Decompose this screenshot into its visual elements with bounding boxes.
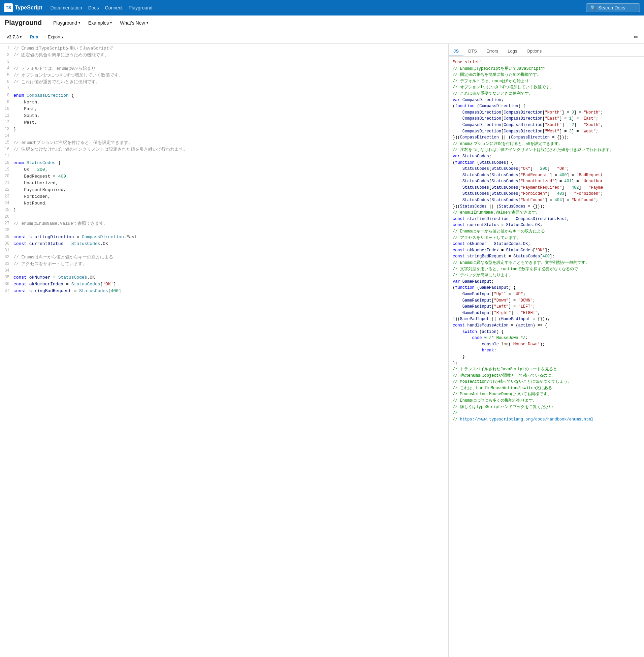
- js-output-line: GamePadInput["Up"] = "UP";: [453, 291, 640, 297]
- editor-line: 16 // 注釈をつけなければ、値のインクリメントは設定された値を引き継いで行わ…: [0, 146, 448, 153]
- editor-line: 13 }: [0, 126, 448, 133]
- editor-line: 14: [0, 133, 448, 139]
- js-output-line: CompassDirection[CompassDirection["West"…: [453, 128, 640, 135]
- js-output-line: CompassDirection[CompassDirection["East"…: [453, 116, 640, 122]
- editor-line: 30 const currentStatus = StatusCodes.OK: [0, 241, 448, 247]
- editor-line: 25 }: [0, 207, 448, 213]
- nav-docs[interactable]: Docs: [88, 5, 99, 10]
- editor-line: 15 // enumオプションに注釈を付けると、値を設定できます。: [0, 139, 448, 146]
- js-output-line: // デバッグが簡単になります。: [453, 272, 640, 279]
- editor-line: 5 // オプション1つにつき1ずつ増加していく数値です。: [0, 72, 448, 79]
- chevron-down-icon: ▾: [78, 21, 80, 25]
- nav-links: Documentation Docs Connect Playground: [50, 5, 586, 10]
- js-output-line: StatusCodes[StatusCodes["Forbidden"] = 4…: [453, 191, 640, 197]
- js-output-line: // MouseAction.MouseDownについても同様です。: [453, 391, 640, 398]
- sub-nav: Playground Playground ▾ Examples ▾ What'…: [0, 16, 644, 30]
- top-nav: TS TypeScript Documentation Docs Connect…: [0, 0, 644, 16]
- editor-line: 23 Forbidden,: [0, 194, 448, 200]
- js-output-line: })(StatusCodes || (StatusCodes = {}));: [453, 204, 640, 210]
- editor-line: 28: [0, 227, 448, 234]
- js-output-line: // オプション1つにつき1ずつ増加していく数値です。: [453, 84, 640, 91]
- editor-line: 6 // これは値が重要でないときに便利です。: [0, 79, 448, 86]
- editor-line: 20 BadRequest = 400,: [0, 173, 448, 180]
- js-output-line: // アクセスをサポートしています。: [453, 235, 640, 241]
- whats-new-menu-btn[interactable]: What's New ▾: [117, 19, 151, 27]
- js-output-line: // これは、handleMouseActionのswitch文にある: [453, 385, 640, 391]
- code-editor[interactable]: 1 // EnumsはTypeScriptを用いてJavaScriptで 2 /…: [0, 44, 448, 657]
- expand-icon[interactable]: ⇔: [632, 32, 639, 41]
- tab-dts[interactable]: DTS: [463, 46, 482, 56]
- js-output-line: (function (CompassDirection) {: [453, 103, 640, 110]
- editor-line: 12 West,: [0, 119, 448, 126]
- js-output-line: StatusCodes[StatusCodes["BadRequest"] = …: [453, 172, 640, 179]
- search-icon: 🔍: [591, 5, 596, 10]
- editor-line: 17: [0, 153, 448, 160]
- chevron-down-icon: ▾: [110, 21, 112, 25]
- js-output-line: //: [453, 410, 640, 416]
- chevron-down-icon: ▾: [62, 36, 63, 39]
- js-output-line: StatusCodes[StatusCodes["NotFound"] = 40…: [453, 197, 640, 204]
- toolbar: v3.7.3 ▾ Run Export ▾ ⇔: [0, 30, 644, 44]
- logo[interactable]: TS TypeScript: [4, 3, 42, 12]
- js-output-line: GamePadInput["Right"] = "RIGHT";: [453, 310, 640, 316]
- nav-documentation[interactable]: Documentation: [50, 5, 82, 10]
- editor-line: 4 // デフォルトでは、enumは0から始まり: [0, 65, 448, 72]
- editor-line: 32 // Enumsはキーから値と値からキーの双方による: [0, 254, 448, 261]
- js-output-line: // enumはEnumName.Valueで参照できます。: [453, 209, 640, 216]
- output-tabs: JS DTS Errors Logs Options: [448, 44, 644, 56]
- tab-logs[interactable]: Logs: [503, 46, 522, 56]
- js-output-line: // 固定値の集合を簡単に扱うための機能です。: [453, 72, 640, 78]
- export-button[interactable]: Export ▾: [44, 33, 67, 41]
- js-output-line: })(CompassDirection || (CompassDirection…: [453, 134, 640, 141]
- version-label: v3.7.3: [7, 35, 19, 40]
- editor-line: 26: [0, 213, 448, 220]
- editor-line: 27 // enumはEnumName.Valueで参照できます。: [0, 220, 448, 227]
- editor-line: 35 const okNumber = StatusCodes.OK: [0, 274, 448, 281]
- editor-line: 31: [0, 247, 448, 254]
- search-docs-bar[interactable]: 🔍 Search Docs: [586, 3, 640, 12]
- nav-connect[interactable]: Connect: [105, 5, 122, 10]
- js-output-line: // 他のenumsはobjectや関数として残っているのに、: [453, 372, 640, 379]
- editor-line: 10 East,: [0, 106, 448, 113]
- js-output-line: // Enumsには他にも多くの機能があります。: [453, 398, 640, 404]
- tab-options[interactable]: Options: [522, 46, 547, 56]
- editor-line: 18 enum StatusCodes {: [0, 160, 448, 166]
- js-output-line: const stringBadRequest = StatusCodes[400…: [453, 253, 640, 260]
- search-label: Search Docs: [598, 5, 625, 10]
- js-output-line: // EnumsはTypeScriptを用いてJavaScriptで: [453, 66, 640, 72]
- version-selector[interactable]: v3.7.3 ▾: [5, 33, 24, 41]
- editor-line: 19 OK = 200,: [0, 166, 448, 173]
- js-output-line: const okNumberIndex = StatusCodes['OK'];: [453, 247, 640, 254]
- js-output-line: const startingDirection = CompassDirecti…: [453, 216, 640, 222]
- editor-line: 22 PaymentRequired,: [0, 187, 448, 194]
- editor-line: 11 South,: [0, 113, 448, 119]
- playground-menu-btn[interactable]: Playground ▾: [50, 19, 84, 27]
- js-output-line: switch (action) {: [453, 329, 640, 335]
- ts-logo-badge: TS: [4, 3, 13, 12]
- js-output-line: break;: [453, 347, 640, 354]
- js-output-line: };: [453, 360, 640, 367]
- main-content: 1 // EnumsはTypeScriptを用いてJavaScriptで 2 /…: [0, 44, 644, 657]
- js-output-line: CompassDirection[CompassDirection["North…: [453, 110, 640, 116]
- editor-line: 37 const stringBadRequest = StatusCodes[…: [0, 288, 448, 294]
- logo-title: TypeScript: [15, 5, 42, 11]
- tab-js[interactable]: JS: [448, 46, 463, 56]
- editor-line: 1 // EnumsはTypeScriptを用いてJavaScriptで: [0, 45, 448, 52]
- js-output-line: }: [453, 354, 640, 360]
- js-output-line: // enumオプションに注釈を付けると、値を設定できます。: [453, 141, 640, 147]
- editor-line: 21 Unauthorized,: [0, 180, 448, 187]
- examples-menu-btn[interactable]: Examples ▾: [85, 19, 115, 27]
- js-output-line: const currentStatus = StatusCodes.OK;: [453, 222, 640, 228]
- js-output-line: GamePadInput["Left"] = "LEFT";: [453, 303, 640, 310]
- js-output-line: CompassDirection[CompassDirection["South…: [453, 122, 640, 128]
- editor-line: 24 NotFound,: [0, 200, 448, 207]
- nav-playground[interactable]: Playground: [129, 5, 153, 10]
- js-output-line: "use strict";: [453, 59, 640, 66]
- js-output-line: // Enumsはキーから値と値からキーの双方による: [453, 228, 640, 235]
- editor-line: 9 North,: [0, 99, 448, 106]
- editor-line: 7: [0, 86, 448, 92]
- tab-errors[interactable]: Errors: [482, 46, 503, 56]
- js-output[interactable]: "use strict"; // EnumsはTypeScriptを用いてJav…: [448, 56, 644, 657]
- run-button[interactable]: Run: [26, 33, 41, 41]
- editor-panel: 1 // EnumsはTypeScriptを用いてJavaScriptで 2 /…: [0, 44, 448, 657]
